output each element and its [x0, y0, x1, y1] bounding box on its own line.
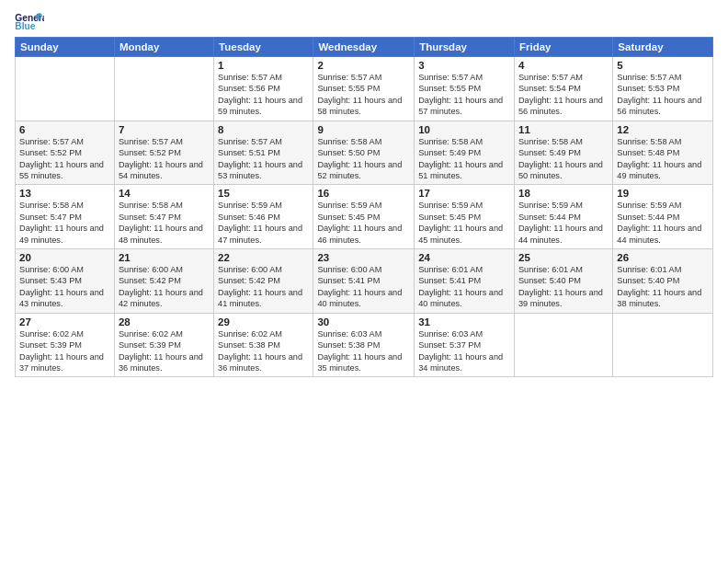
day-number: 17 — [418, 188, 510, 199]
logo-icon: General Blue — [15, 11, 44, 31]
calendar-cell — [613, 313, 713, 377]
weekday-header-row: SundayMondayTuesdayWednesdayThursdayFrid… — [16, 38, 713, 57]
day-info: Sunrise: 5:58 AM Sunset: 5:49 PM Dayligh… — [518, 136, 609, 182]
day-info: Sunrise: 6:00 AM Sunset: 5:42 PM Dayligh… — [218, 264, 309, 310]
weekday-header-monday: Monday — [114, 38, 213, 57]
day-number: 24 — [418, 252, 510, 263]
day-info: Sunrise: 6:03 AM Sunset: 5:38 PM Dayligh… — [317, 328, 410, 374]
calendar-cell: 28Sunrise: 6:02 AM Sunset: 5:39 PM Dayli… — [114, 313, 213, 377]
day-info: Sunrise: 5:59 AM Sunset: 5:44 PM Dayligh… — [617, 200, 709, 246]
day-number: 13 — [19, 188, 110, 199]
day-number: 29 — [218, 316, 309, 327]
day-info: Sunrise: 5:57 AM Sunset: 5:52 PM Dayligh… — [19, 136, 110, 182]
calendar-cell: 3Sunrise: 5:57 AM Sunset: 5:55 PM Daylig… — [415, 57, 515, 121]
day-info: Sunrise: 6:00 AM Sunset: 5:41 PM Dayligh… — [317, 264, 410, 310]
day-number: 10 — [418, 124, 510, 135]
day-number: 19 — [617, 188, 709, 199]
day-info: Sunrise: 5:58 AM Sunset: 5:49 PM Dayligh… — [418, 136, 510, 182]
calendar-cell: 23Sunrise: 6:00 AM Sunset: 5:41 PM Dayli… — [313, 249, 415, 314]
day-number: 31 — [418, 316, 510, 327]
weekday-header-saturday: Saturday — [613, 38, 713, 57]
calendar-cell: 6Sunrise: 5:57 AM Sunset: 5:52 PM Daylig… — [16, 121, 115, 185]
calendar-cell: 14Sunrise: 5:58 AM Sunset: 5:47 PM Dayli… — [114, 185, 213, 249]
day-number: 3 — [418, 60, 510, 71]
day-info: Sunrise: 6:01 AM Sunset: 5:40 PM Dayligh… — [617, 264, 709, 310]
day-info: Sunrise: 5:59 AM Sunset: 5:45 PM Dayligh… — [418, 200, 510, 246]
day-number: 9 — [317, 124, 410, 135]
day-info: Sunrise: 6:00 AM Sunset: 5:43 PM Dayligh… — [19, 264, 110, 310]
day-number: 16 — [317, 188, 410, 199]
day-number: 2 — [317, 60, 410, 71]
calendar-cell: 9Sunrise: 5:58 AM Sunset: 5:50 PM Daylig… — [313, 121, 415, 185]
day-number: 11 — [518, 124, 609, 135]
week-row-4: 20Sunrise: 6:00 AM Sunset: 5:43 PM Dayli… — [16, 249, 713, 314]
weekday-header-sunday: Sunday — [16, 38, 115, 57]
day-number: 25 — [518, 252, 609, 263]
day-info: Sunrise: 5:57 AM Sunset: 5:51 PM Dayligh… — [218, 136, 309, 182]
weekday-header-friday: Friday — [514, 38, 612, 57]
logo: General Blue — [15, 11, 44, 31]
weekday-header-tuesday: Tuesday — [214, 38, 313, 57]
calendar-cell: 11Sunrise: 5:58 AM Sunset: 5:49 PM Dayli… — [514, 121, 612, 185]
day-number: 4 — [518, 60, 609, 71]
calendar-cell: 2Sunrise: 5:57 AM Sunset: 5:55 PM Daylig… — [313, 57, 415, 121]
calendar-cell: 22Sunrise: 6:00 AM Sunset: 5:42 PM Dayli… — [214, 249, 313, 314]
day-info: Sunrise: 6:01 AM Sunset: 5:40 PM Dayligh… — [518, 264, 609, 310]
day-info: Sunrise: 5:57 AM Sunset: 5:52 PM Dayligh… — [119, 136, 210, 182]
calendar-cell: 7Sunrise: 5:57 AM Sunset: 5:52 PM Daylig… — [114, 121, 213, 185]
calendar-cell: 15Sunrise: 5:59 AM Sunset: 5:46 PM Dayli… — [214, 185, 313, 249]
day-info: Sunrise: 5:57 AM Sunset: 5:55 PM Dayligh… — [317, 72, 410, 118]
day-info: Sunrise: 5:59 AM Sunset: 5:46 PM Dayligh… — [218, 200, 309, 246]
day-number: 8 — [218, 124, 309, 135]
day-info: Sunrise: 6:02 AM Sunset: 5:38 PM Dayligh… — [218, 328, 309, 374]
calendar-table: SundayMondayTuesdayWednesdayThursdayFrid… — [15, 37, 713, 377]
calendar-cell: 17Sunrise: 5:59 AM Sunset: 5:45 PM Dayli… — [415, 185, 515, 249]
calendar-cell: 19Sunrise: 5:59 AM Sunset: 5:44 PM Dayli… — [613, 185, 713, 249]
calendar-cell: 5Sunrise: 5:57 AM Sunset: 5:53 PM Daylig… — [613, 57, 713, 121]
calendar-page: General Blue SundayMondayTuesdayWednesda… — [0, 0, 728, 563]
day-number: 6 — [19, 124, 110, 135]
day-info: Sunrise: 6:01 AM Sunset: 5:41 PM Dayligh… — [418, 264, 510, 310]
day-info: Sunrise: 5:59 AM Sunset: 5:45 PM Dayligh… — [317, 200, 410, 246]
calendar-cell: 20Sunrise: 6:00 AM Sunset: 5:43 PM Dayli… — [16, 249, 115, 314]
day-number: 18 — [518, 188, 609, 199]
day-info: Sunrise: 5:58 AM Sunset: 5:48 PM Dayligh… — [617, 136, 709, 182]
calendar-cell: 31Sunrise: 6:03 AM Sunset: 5:37 PM Dayli… — [415, 313, 515, 377]
week-row-1: 1Sunrise: 5:57 AM Sunset: 5:56 PM Daylig… — [16, 57, 713, 121]
day-info: Sunrise: 5:57 AM Sunset: 5:53 PM Dayligh… — [617, 72, 709, 118]
weekday-header-thursday: Thursday — [415, 38, 515, 57]
day-number: 30 — [317, 316, 410, 327]
week-row-2: 6Sunrise: 5:57 AM Sunset: 5:52 PM Daylig… — [16, 121, 713, 185]
day-info: Sunrise: 5:57 AM Sunset: 5:56 PM Dayligh… — [218, 72, 309, 118]
calendar-cell: 30Sunrise: 6:03 AM Sunset: 5:38 PM Dayli… — [313, 313, 415, 377]
day-number: 5 — [617, 60, 709, 71]
day-info: Sunrise: 5:57 AM Sunset: 5:55 PM Dayligh… — [418, 72, 510, 118]
calendar-cell: 18Sunrise: 5:59 AM Sunset: 5:44 PM Dayli… — [514, 185, 612, 249]
calendar-cell — [16, 57, 115, 121]
header: General Blue — [15, 11, 713, 31]
calendar-cell: 1Sunrise: 5:57 AM Sunset: 5:56 PM Daylig… — [214, 57, 313, 121]
calendar-cell: 21Sunrise: 6:00 AM Sunset: 5:42 PM Dayli… — [114, 249, 213, 314]
weekday-header-wednesday: Wednesday — [313, 38, 415, 57]
day-number: 23 — [317, 252, 410, 263]
day-number: 20 — [19, 252, 110, 263]
calendar-cell: 27Sunrise: 6:02 AM Sunset: 5:39 PM Dayli… — [16, 313, 115, 377]
calendar-cell: 12Sunrise: 5:58 AM Sunset: 5:48 PM Dayli… — [613, 121, 713, 185]
day-number: 22 — [218, 252, 309, 263]
day-number: 28 — [119, 316, 210, 327]
day-info: Sunrise: 5:58 AM Sunset: 5:47 PM Dayligh… — [119, 200, 210, 246]
calendar-cell: 24Sunrise: 6:01 AM Sunset: 5:41 PM Dayli… — [415, 249, 515, 314]
calendar-cell — [114, 57, 213, 121]
day-info: Sunrise: 6:00 AM Sunset: 5:42 PM Dayligh… — [119, 264, 210, 310]
calendar-cell: 25Sunrise: 6:01 AM Sunset: 5:40 PM Dayli… — [514, 249, 612, 314]
week-row-3: 13Sunrise: 5:58 AM Sunset: 5:47 PM Dayli… — [16, 185, 713, 249]
day-info: Sunrise: 6:03 AM Sunset: 5:37 PM Dayligh… — [418, 328, 510, 374]
calendar-cell: 8Sunrise: 5:57 AM Sunset: 5:51 PM Daylig… — [214, 121, 313, 185]
day-number: 7 — [119, 124, 210, 135]
day-info: Sunrise: 6:02 AM Sunset: 5:39 PM Dayligh… — [119, 328, 210, 374]
day-number: 15 — [218, 188, 309, 199]
day-info: Sunrise: 5:59 AM Sunset: 5:44 PM Dayligh… — [518, 200, 609, 246]
svg-text:Blue: Blue — [15, 21, 35, 31]
week-row-5: 27Sunrise: 6:02 AM Sunset: 5:39 PM Dayli… — [16, 313, 713, 377]
calendar-cell: 4Sunrise: 5:57 AM Sunset: 5:54 PM Daylig… — [514, 57, 612, 121]
